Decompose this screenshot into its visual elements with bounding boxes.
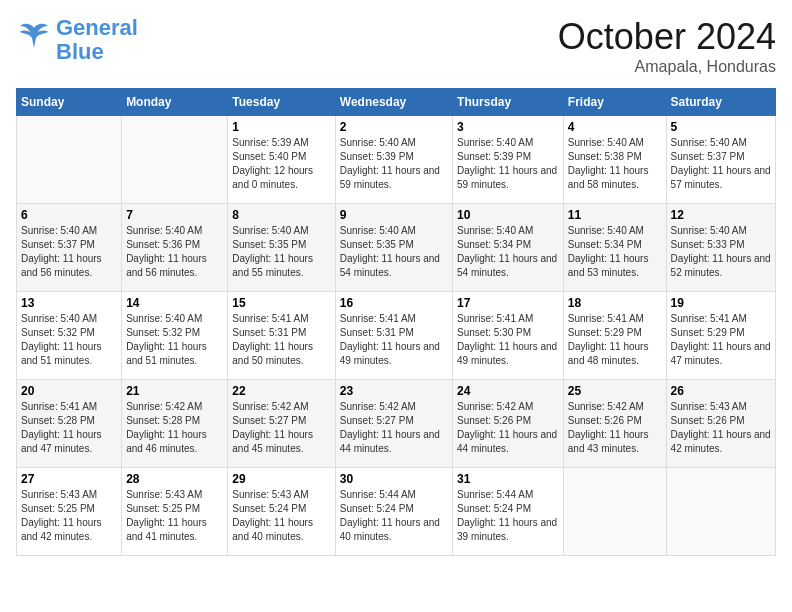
logo-line2: Blue [56, 39, 104, 64]
day-number: 16 [340, 296, 448, 310]
calendar-cell: 24 Sunrise: 5:42 AMSunset: 5:26 PMDaylig… [453, 380, 564, 468]
week-row-4: 20 Sunrise: 5:41 AMSunset: 5:28 PMDaylig… [17, 380, 776, 468]
calendar-cell: 20 Sunrise: 5:41 AMSunset: 5:28 PMDaylig… [17, 380, 122, 468]
day-number: 13 [21, 296, 117, 310]
calendar-cell: 11 Sunrise: 5:40 AMSunset: 5:34 PMDaylig… [563, 204, 666, 292]
calendar-cell: 21 Sunrise: 5:42 AMSunset: 5:28 PMDaylig… [122, 380, 228, 468]
calendar-cell: 16 Sunrise: 5:41 AMSunset: 5:31 PMDaylig… [335, 292, 452, 380]
calendar-cell: 15 Sunrise: 5:41 AMSunset: 5:31 PMDaylig… [228, 292, 335, 380]
day-info: Sunrise: 5:44 AMSunset: 5:24 PMDaylight:… [340, 488, 448, 544]
day-info: Sunrise: 5:40 AMSunset: 5:39 PMDaylight:… [457, 136, 559, 192]
day-number: 3 [457, 120, 559, 134]
calendar-header-row: SundayMondayTuesdayWednesdayThursdayFrid… [17, 89, 776, 116]
calendar-cell: 29 Sunrise: 5:43 AMSunset: 5:24 PMDaylig… [228, 468, 335, 556]
day-info: Sunrise: 5:43 AMSunset: 5:24 PMDaylight:… [232, 488, 330, 544]
page-header: General Blue October 2024 Amapala, Hondu… [16, 16, 776, 76]
week-row-1: 1 Sunrise: 5:39 AMSunset: 5:40 PMDayligh… [17, 116, 776, 204]
day-info: Sunrise: 5:41 AMSunset: 5:28 PMDaylight:… [21, 400, 117, 456]
day-info: Sunrise: 5:40 AMSunset: 5:32 PMDaylight:… [126, 312, 223, 368]
day-info: Sunrise: 5:42 AMSunset: 5:27 PMDaylight:… [232, 400, 330, 456]
calendar-cell: 5 Sunrise: 5:40 AMSunset: 5:37 PMDayligh… [666, 116, 775, 204]
day-info: Sunrise: 5:42 AMSunset: 5:27 PMDaylight:… [340, 400, 448, 456]
calendar-cell: 28 Sunrise: 5:43 AMSunset: 5:25 PMDaylig… [122, 468, 228, 556]
day-number: 22 [232, 384, 330, 398]
title-block: October 2024 Amapala, Honduras [558, 16, 776, 76]
day-info: Sunrise: 5:41 AMSunset: 5:29 PMDaylight:… [568, 312, 662, 368]
header-monday: Monday [122, 89, 228, 116]
day-info: Sunrise: 5:41 AMSunset: 5:31 PMDaylight:… [340, 312, 448, 368]
day-number: 1 [232, 120, 330, 134]
day-info: Sunrise: 5:40 AMSunset: 5:39 PMDaylight:… [340, 136, 448, 192]
calendar-cell: 13 Sunrise: 5:40 AMSunset: 5:32 PMDaylig… [17, 292, 122, 380]
day-number: 31 [457, 472, 559, 486]
day-info: Sunrise: 5:44 AMSunset: 5:24 PMDaylight:… [457, 488, 559, 544]
day-info: Sunrise: 5:40 AMSunset: 5:37 PMDaylight:… [671, 136, 771, 192]
day-number: 12 [671, 208, 771, 222]
day-number: 19 [671, 296, 771, 310]
week-row-5: 27 Sunrise: 5:43 AMSunset: 5:25 PMDaylig… [17, 468, 776, 556]
week-row-2: 6 Sunrise: 5:40 AMSunset: 5:37 PMDayligh… [17, 204, 776, 292]
day-number: 25 [568, 384, 662, 398]
day-number: 30 [340, 472, 448, 486]
day-info: Sunrise: 5:42 AMSunset: 5:26 PMDaylight:… [457, 400, 559, 456]
calendar-cell [666, 468, 775, 556]
day-info: Sunrise: 5:42 AMSunset: 5:26 PMDaylight:… [568, 400, 662, 456]
calendar-cell: 12 Sunrise: 5:40 AMSunset: 5:33 PMDaylig… [666, 204, 775, 292]
day-info: Sunrise: 5:39 AMSunset: 5:40 PMDaylight:… [232, 136, 330, 192]
day-number: 18 [568, 296, 662, 310]
calendar-cell: 8 Sunrise: 5:40 AMSunset: 5:35 PMDayligh… [228, 204, 335, 292]
day-info: Sunrise: 5:43 AMSunset: 5:26 PMDaylight:… [671, 400, 771, 456]
day-number: 28 [126, 472, 223, 486]
calendar-cell: 14 Sunrise: 5:40 AMSunset: 5:32 PMDaylig… [122, 292, 228, 380]
calendar-cell: 22 Sunrise: 5:42 AMSunset: 5:27 PMDaylig… [228, 380, 335, 468]
calendar-cell: 23 Sunrise: 5:42 AMSunset: 5:27 PMDaylig… [335, 380, 452, 468]
day-info: Sunrise: 5:40 AMSunset: 5:33 PMDaylight:… [671, 224, 771, 280]
calendar-cell: 26 Sunrise: 5:43 AMSunset: 5:26 PMDaylig… [666, 380, 775, 468]
day-number: 21 [126, 384, 223, 398]
header-sunday: Sunday [17, 89, 122, 116]
header-wednesday: Wednesday [335, 89, 452, 116]
calendar-cell: 6 Sunrise: 5:40 AMSunset: 5:37 PMDayligh… [17, 204, 122, 292]
day-info: Sunrise: 5:40 AMSunset: 5:32 PMDaylight:… [21, 312, 117, 368]
day-info: Sunrise: 5:42 AMSunset: 5:28 PMDaylight:… [126, 400, 223, 456]
calendar-cell [122, 116, 228, 204]
header-tuesday: Tuesday [228, 89, 335, 116]
day-number: 14 [126, 296, 223, 310]
calendar-table: SundayMondayTuesdayWednesdayThursdayFrid… [16, 88, 776, 556]
logo-bird-icon [16, 20, 52, 56]
calendar-cell: 10 Sunrise: 5:40 AMSunset: 5:34 PMDaylig… [453, 204, 564, 292]
day-info: Sunrise: 5:40 AMSunset: 5:35 PMDaylight:… [340, 224, 448, 280]
calendar-cell: 19 Sunrise: 5:41 AMSunset: 5:29 PMDaylig… [666, 292, 775, 380]
day-info: Sunrise: 5:43 AMSunset: 5:25 PMDaylight:… [21, 488, 117, 544]
calendar-cell: 27 Sunrise: 5:43 AMSunset: 5:25 PMDaylig… [17, 468, 122, 556]
calendar-cell: 4 Sunrise: 5:40 AMSunset: 5:38 PMDayligh… [563, 116, 666, 204]
calendar-cell: 2 Sunrise: 5:40 AMSunset: 5:39 PMDayligh… [335, 116, 452, 204]
day-info: Sunrise: 5:41 AMSunset: 5:30 PMDaylight:… [457, 312, 559, 368]
logo-line1: General [56, 15, 138, 40]
calendar-cell: 30 Sunrise: 5:44 AMSunset: 5:24 PMDaylig… [335, 468, 452, 556]
day-number: 29 [232, 472, 330, 486]
calendar-cell [17, 116, 122, 204]
day-info: Sunrise: 5:40 AMSunset: 5:34 PMDaylight:… [568, 224, 662, 280]
location: Amapala, Honduras [558, 58, 776, 76]
day-number: 15 [232, 296, 330, 310]
day-number: 6 [21, 208, 117, 222]
calendar-cell: 1 Sunrise: 5:39 AMSunset: 5:40 PMDayligh… [228, 116, 335, 204]
calendar-cell: 18 Sunrise: 5:41 AMSunset: 5:29 PMDaylig… [563, 292, 666, 380]
header-thursday: Thursday [453, 89, 564, 116]
calendar-cell [563, 468, 666, 556]
day-info: Sunrise: 5:43 AMSunset: 5:25 PMDaylight:… [126, 488, 223, 544]
day-number: 20 [21, 384, 117, 398]
day-number: 8 [232, 208, 330, 222]
day-info: Sunrise: 5:40 AMSunset: 5:36 PMDaylight:… [126, 224, 223, 280]
day-number: 7 [126, 208, 223, 222]
day-number: 5 [671, 120, 771, 134]
calendar-cell: 25 Sunrise: 5:42 AMSunset: 5:26 PMDaylig… [563, 380, 666, 468]
header-friday: Friday [563, 89, 666, 116]
day-number: 23 [340, 384, 448, 398]
day-number: 24 [457, 384, 559, 398]
calendar-cell: 17 Sunrise: 5:41 AMSunset: 5:30 PMDaylig… [453, 292, 564, 380]
header-saturday: Saturday [666, 89, 775, 116]
month-title: October 2024 [558, 16, 776, 58]
day-number: 2 [340, 120, 448, 134]
